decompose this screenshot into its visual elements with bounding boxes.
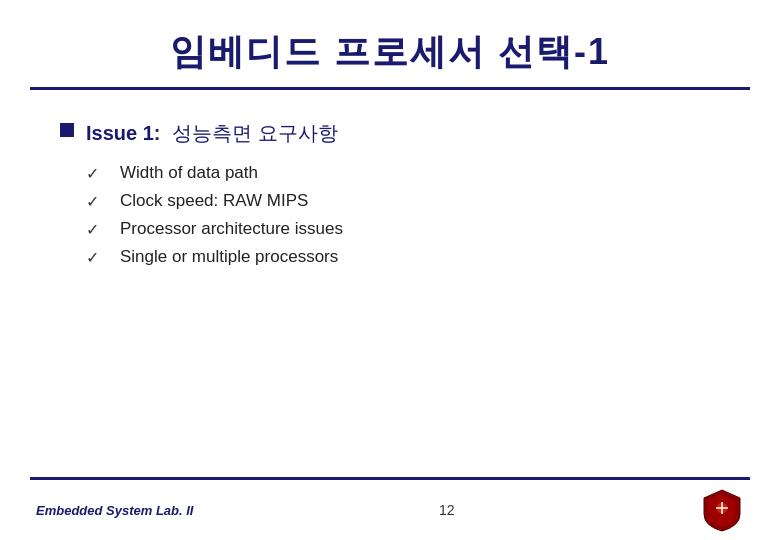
title-area: 임베디드 프로세서 선택-1 [0, 0, 780, 87]
square-bullet-icon [60, 123, 74, 137]
footer-logo-icon [700, 488, 744, 532]
issue-row: Issue 1: 성능측면 요구사항 [60, 120, 720, 147]
checkmark-icon-3: ✓ [86, 220, 106, 239]
bullet-text-3: Processor architecture issues [120, 219, 343, 239]
slide-title: 임베디드 프로세서 선택-1 [20, 28, 760, 77]
bullet-text-1: Width of data path [120, 163, 258, 183]
bullet-text-2: Clock speed: RAW MIPS [120, 191, 308, 211]
checkmark-icon-1: ✓ [86, 164, 106, 183]
issue-label-number: Issue 1: [86, 122, 166, 144]
list-item: ✓ Processor architecture issues [86, 219, 720, 239]
slide-container: 임베디드 프로세서 선택-1 Issue 1: 성능측면 요구사항 ✓ Widt… [0, 0, 780, 540]
checkmark-icon-4: ✓ [86, 248, 106, 267]
footer-lab-name: Embedded System Lab. II [36, 503, 194, 518]
bullet-text-4: Single or multiple processors [120, 247, 338, 267]
list-item: ✓ Single or multiple processors [86, 247, 720, 267]
footer-area: Embedded System Lab. II 12 [0, 480, 780, 540]
footer-page-number: 12 [439, 502, 455, 518]
list-item: ✓ Width of data path [86, 163, 720, 183]
bullet-list: ✓ Width of data path ✓ Clock speed: RAW … [86, 163, 720, 267]
checkmark-icon-2: ✓ [86, 192, 106, 211]
issue-heading: Issue 1: 성능측면 요구사항 [86, 120, 338, 147]
issue-label-korean: 성능측면 요구사항 [172, 122, 338, 144]
list-item: ✓ Clock speed: RAW MIPS [86, 191, 720, 211]
content-area: Issue 1: 성능측면 요구사항 ✓ Width of data path … [0, 90, 780, 477]
